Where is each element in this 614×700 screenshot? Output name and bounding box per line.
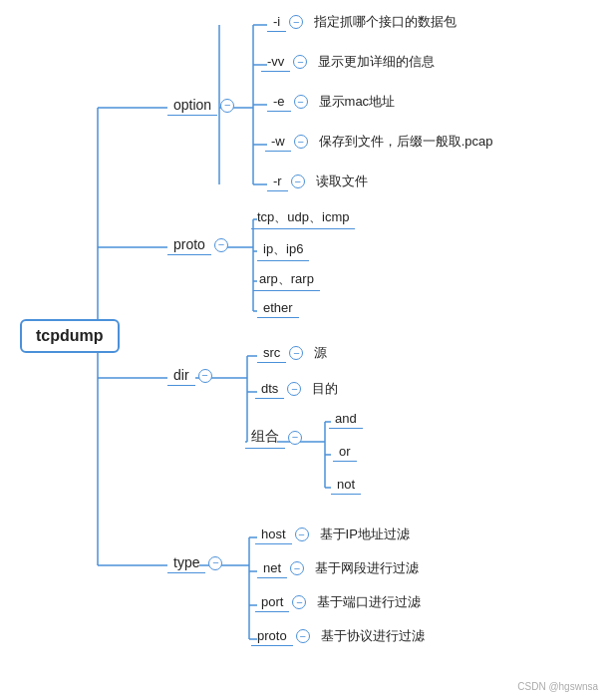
leaf-tcp: tcp、udp、icmp [251,206,355,229]
leaf-desc-w: 保存到文件，后缀一般取.pcap [319,133,493,151]
branch-label-option: option [167,95,217,116]
collapse-type[interactable]: − [208,556,222,570]
collapse-proto[interactable]: − [214,238,228,252]
mindmap: tcpdump option − -i − 指定抓哪个接口的数据包 -vv − … [0,0,614,700]
leaf-label-e: -e [267,92,291,112]
leaf-desc-i: 指定抓哪个接口的数据包 [314,13,457,31]
leaf-label-arp: arp、rarp [253,268,320,291]
leaf-label-not: not [331,475,361,495]
leaf-label-or: or [333,442,357,462]
leaf-label-w: -w [265,132,291,152]
collapse-w[interactable]: − [294,135,308,149]
branch-type: type − [167,552,225,573]
leaf-not: not [331,475,361,495]
leaf-desc-vv: 显示更加详细的信息 [318,53,435,71]
leaf-label-r: -r [267,172,288,191]
collapse-src[interactable]: − [289,346,303,360]
leaf-r: -r − 读取文件 [267,172,368,191]
leaf-ether: ether [257,298,299,318]
leaf-net: net − 基于网段进行过滤 [257,558,419,578]
collapse-i[interactable]: − [289,15,303,29]
collapse-dir[interactable]: − [198,369,212,383]
collapse-r[interactable]: − [291,175,305,188]
leaf-src: src − 源 [257,343,327,363]
leaf-and: and [329,409,363,429]
leaf-port: port − 基于端口进行过滤 [255,592,421,612]
leaf-label-ether: ether [257,298,299,318]
leaf-label-ip: ip、ip6 [257,238,309,261]
leaf-label-vv: -vv [261,52,290,72]
branch-label-dir: dir [167,365,195,386]
branch-option: option − [167,95,237,116]
leaf-desc-e: 显示mac地址 [319,93,396,111]
leaf-desc-dts: 目的 [312,380,338,398]
branch-dir: dir − [167,365,215,386]
leaf-dts: dts − 目的 [255,379,338,399]
leaf-i: -i − 指定抓哪个接口的数据包 [267,12,457,32]
branch-label-proto: proto [167,234,211,255]
watermark: CSDN @hgswnsa [517,681,598,692]
leaf-label-net: net [257,558,287,578]
collapse-combine[interactable]: − [288,431,302,445]
root-label: tcpdump [20,319,120,353]
leaf-desc-host: 基于IP地址过滤 [320,525,410,543]
branch-label-combine: 组合 [245,426,285,449]
leaf-ip: ip、ip6 [257,238,309,261]
collapse-net[interactable]: − [290,561,304,575]
leaf-w: -w − 保存到文件，后缀一般取.pcap [265,132,493,152]
collapse-port[interactable]: − [292,595,306,609]
leaf-desc-src: 源 [314,344,327,362]
leaf-or: or [333,442,357,462]
leaf-label-port: port [255,592,289,612]
leaf-e: -e − 显示mac地址 [267,92,395,112]
collapse-host[interactable]: − [295,527,309,541]
leaf-label-i: -i [267,12,286,32]
leaf-vv: -vv − 显示更加详细的信息 [261,52,435,72]
branch-combine: 组合 − [245,426,305,449]
leaf-desc-proto-type: 基于协议进行过滤 [321,627,425,645]
leaf-desc-net: 基于网段进行过滤 [315,559,419,577]
leaf-desc-r: 读取文件 [316,173,368,190]
leaf-host: host − 基于IP地址过滤 [255,525,410,544]
leaf-label-dts: dts [255,379,284,399]
collapse-option[interactable]: − [220,99,234,113]
leaf-label-host: host [255,525,292,544]
leaf-label-tcp: tcp、udp、icmp [251,206,355,229]
collapse-dts[interactable]: − [287,382,301,396]
collapse-vv[interactable]: − [293,55,307,69]
leaf-desc-port: 基于端口进行过滤 [317,593,421,611]
leaf-label-and: and [329,409,363,429]
leaf-arp: arp、rarp [253,268,320,291]
leaf-label-proto-type: proto [251,626,293,646]
branch-label-type: type [167,552,205,573]
leaf-proto-type: proto − 基于协议进行过滤 [251,626,425,646]
collapse-e[interactable]: − [294,95,308,109]
leaf-label-src: src [257,343,286,363]
collapse-proto-type[interactable]: − [296,629,310,643]
branch-proto: proto − [167,234,231,255]
root-node: tcpdump [20,319,120,353]
